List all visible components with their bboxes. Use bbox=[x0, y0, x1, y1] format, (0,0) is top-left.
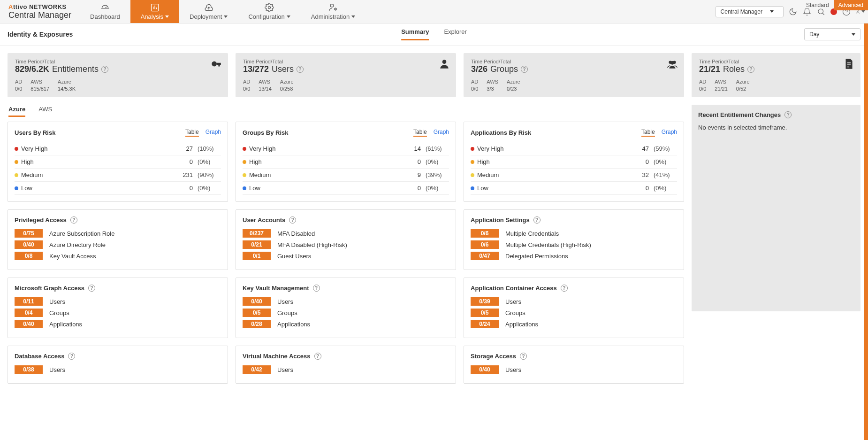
detail-label: Users bbox=[505, 298, 521, 305]
stat-sub-value: 815/817 bbox=[30, 86, 49, 92]
risk-row[interactable]: High 0 (0%) bbox=[471, 155, 677, 169]
help-circle-icon[interactable]: ? bbox=[520, 353, 527, 360]
detail-item[interactable]: 0/40 Azure Directory Role bbox=[15, 240, 221, 249]
detail-item[interactable]: 0/47 Delegated Permissions bbox=[471, 252, 677, 260]
detail-badge: 0/5 bbox=[471, 309, 499, 317]
risk-row[interactable]: High 0 (0%) bbox=[15, 155, 221, 169]
help-circle-icon[interactable]: ? bbox=[313, 285, 320, 292]
risk-row[interactable]: Medium 32 (41%) bbox=[471, 169, 677, 182]
detail-item[interactable]: 0/4 Groups bbox=[15, 309, 221, 317]
time-range-select[interactable]: Day bbox=[804, 28, 860, 40]
detail-item[interactable]: 0/75 Azure Subscription Role bbox=[15, 229, 221, 238]
detail-item[interactable]: 0/5 Groups bbox=[471, 309, 677, 317]
sub-tab-explorer[interactable]: Explorer bbox=[444, 28, 466, 40]
svg-point-3 bbox=[335, 8, 336, 10]
stat-sub-header: AD bbox=[243, 79, 250, 85]
detail-item[interactable]: 0/42 Users bbox=[243, 365, 449, 374]
view-table-toggle[interactable]: Table bbox=[641, 129, 655, 137]
stat-sub-value: 0/23 bbox=[507, 86, 520, 92]
detail-badge: 0/40 bbox=[15, 320, 43, 328]
risk-dot-icon bbox=[15, 160, 18, 164]
detail-label: Applications bbox=[49, 321, 82, 328]
risk-row[interactable]: Very High 27 (10%) bbox=[15, 142, 221, 155]
help-circle-icon[interactable]: ? bbox=[297, 66, 304, 73]
detail-item[interactable]: 0/5 Groups bbox=[243, 309, 449, 317]
help-circle-icon[interactable]: ? bbox=[289, 216, 296, 224]
risk-label: Very High bbox=[21, 145, 169, 152]
detail-badge: 0/8 bbox=[15, 252, 43, 260]
manager-select[interactable]: Central Manager bbox=[716, 6, 784, 17]
risk-row[interactable]: Low 0 (0%) bbox=[15, 182, 221, 195]
help-circle-icon[interactable]: ? bbox=[561, 285, 568, 292]
risk-count: 27 bbox=[169, 145, 193, 152]
stat-sub-value: 0/0 bbox=[15, 86, 22, 92]
risk-row[interactable]: Very High 14 (61%) bbox=[243, 142, 449, 155]
risk-row[interactable]: Low 0 (0%) bbox=[471, 182, 677, 195]
view-graph-toggle[interactable]: Graph bbox=[662, 129, 677, 137]
view-table-toggle[interactable]: Table bbox=[413, 129, 427, 137]
detail-item[interactable]: 0/24 Applications bbox=[471, 320, 677, 328]
stat-card-roles[interactable]: Time Period/Total 21/21 Roles ? AD0/0AWS… bbox=[692, 53, 860, 97]
detail-panel: Virtual Machine Access ? 0/42 Users bbox=[236, 346, 456, 384]
mode-advanced[interactable]: Advanced bbox=[834, 0, 868, 10]
detail-item[interactable]: 0/6 Multiple Credentials (High-Risk) bbox=[471, 240, 677, 249]
help-circle-icon[interactable]: ? bbox=[88, 285, 95, 292]
cloud-tab-azure[interactable]: Azure bbox=[8, 106, 25, 117]
help-circle-icon[interactable]: ? bbox=[70, 216, 77, 224]
help-circle-icon[interactable]: ? bbox=[68, 353, 75, 360]
view-table-toggle[interactable]: Table bbox=[185, 129, 199, 137]
risk-percent: (39%) bbox=[421, 171, 449, 178]
detail-item[interactable]: 0/8 Key Vault Access bbox=[15, 252, 221, 260]
detail-item[interactable]: 0/40 Applications bbox=[15, 320, 221, 328]
panel-title: Applications By Risk bbox=[471, 129, 531, 136]
entitlements-icon bbox=[210, 58, 222, 71]
risk-row[interactable]: Medium 9 (39%) bbox=[243, 169, 449, 182]
risk-label: High bbox=[249, 158, 397, 165]
detail-item[interactable]: 0/39 Users bbox=[471, 297, 677, 306]
detail-item[interactable]: 0/237 MFA Disabled bbox=[243, 229, 449, 238]
risk-row[interactable]: Very High 47 (59%) bbox=[471, 142, 677, 155]
detail-label: Users bbox=[49, 366, 65, 373]
theme-toggle-icon[interactable] bbox=[788, 7, 798, 16]
stat-card-entitlements[interactable]: Time Period/Total 829/6.2K Entitlements … bbox=[8, 53, 228, 97]
risk-dot-icon bbox=[243, 147, 246, 151]
nav-tab-dashboard[interactable]: Dashboard bbox=[80, 0, 130, 23]
panel-title: Users By Risk bbox=[15, 129, 55, 136]
cloud-tab-aws[interactable]: AWS bbox=[38, 106, 52, 117]
nav-tab-configuration[interactable]: Configuration bbox=[238, 0, 300, 23]
panel-title: Privileged Access ? bbox=[15, 216, 221, 224]
stat-sub-value: 14/5.3K bbox=[58, 86, 76, 92]
view-graph-toggle[interactable]: Graph bbox=[434, 129, 449, 137]
help-circle-icon[interactable]: ? bbox=[533, 216, 541, 224]
help-circle-icon[interactable]: ? bbox=[784, 111, 792, 118]
help-circle-icon[interactable]: ? bbox=[314, 353, 321, 360]
risk-row[interactable]: Low 0 (0%) bbox=[243, 182, 449, 195]
risk-row[interactable]: Medium 231 (90%) bbox=[15, 169, 221, 182]
help-circle-icon[interactable]: ? bbox=[747, 66, 754, 73]
nav-tab-deployment[interactable]: Deployment bbox=[179, 0, 238, 23]
detail-item[interactable]: 0/38 Users bbox=[15, 365, 221, 374]
detail-item[interactable]: 0/28 Applications bbox=[243, 320, 449, 328]
stat-card-users[interactable]: Time Period/Total 13/272 Users ? AD0/0AW… bbox=[236, 53, 456, 97]
detail-item[interactable]: 0/6 Multiple Credentials bbox=[471, 229, 677, 238]
detail-badge: 0/11 bbox=[15, 297, 43, 306]
detail-item[interactable]: 0/21 MFA Disabled (High-Risk) bbox=[243, 240, 449, 249]
detail-item[interactable]: 0/40 Users bbox=[243, 297, 449, 306]
view-graph-toggle[interactable]: Graph bbox=[206, 129, 221, 137]
risk-row[interactable]: High 0 (0%) bbox=[243, 155, 449, 169]
stat-sub-value: 0/52 bbox=[736, 86, 750, 92]
nav-tab-administration[interactable]: Administration bbox=[301, 0, 365, 23]
nav-tab-analysis[interactable]: Analysis bbox=[130, 0, 179, 23]
nav-label: Analysis bbox=[141, 13, 163, 20]
scrollbar[interactable] bbox=[864, 23, 868, 391]
detail-item[interactable]: 0/11 Users bbox=[15, 297, 221, 306]
sub-tab-summary[interactable]: Summary bbox=[401, 28, 429, 40]
detail-item[interactable]: 0/40 Users bbox=[471, 365, 677, 374]
detail-badge: 0/40 bbox=[15, 240, 43, 249]
mode-standard[interactable]: Standard bbox=[801, 0, 834, 10]
help-circle-icon[interactable]: ? bbox=[521, 66, 528, 73]
detail-item[interactable]: 0/1 Guest Users bbox=[243, 252, 449, 260]
detail-panel: Application Container Access ? 0/39 User… bbox=[464, 278, 684, 338]
help-circle-icon[interactable]: ? bbox=[101, 66, 108, 73]
stat-card-groups[interactable]: Time Period/Total 3/26 Groups ? AD0/0AWS… bbox=[464, 53, 684, 97]
